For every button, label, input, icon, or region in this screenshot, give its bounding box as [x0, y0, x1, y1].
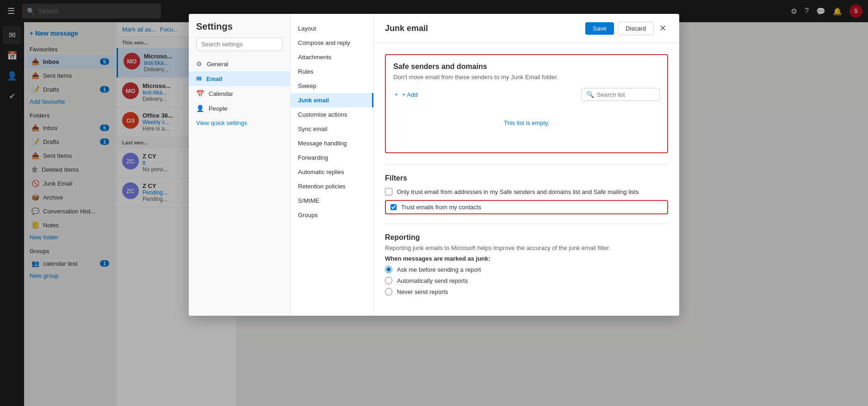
general-icon: ⚙	[196, 60, 202, 68]
settings-panel: Settings ⚙ General ✉ Email 📅 Calendar 👤 …	[189, 14, 679, 316]
filter1-row: Only trust email from addresses in my Sa…	[385, 188, 668, 195]
filters-section: Filters Only trust email from addresses …	[385, 174, 668, 214]
radio3-label: Never send reports	[397, 288, 448, 295]
reporting-title: Reporting	[385, 233, 668, 242]
radio3-row: Never send reports	[385, 288, 668, 295]
settings-content-title: Junk email	[385, 24, 428, 33]
settings-nav-email[interactable]: ✉ Email	[189, 71, 290, 86]
safe-senders-desc: Don't move email from these senders to m…	[393, 74, 660, 81]
submenu-attachments[interactable]: Attachments	[291, 50, 373, 64]
submenu-retention-policies[interactable]: Retention policies	[291, 179, 373, 194]
radio2-row: Automatically send reports	[385, 277, 668, 284]
submenu-junk-email[interactable]: Junk email	[291, 93, 373, 107]
submenu-customise-actions[interactable]: Customise actions	[291, 107, 373, 122]
radio3-input[interactable]	[385, 288, 392, 295]
reporting-section: Reporting Reporting junk emails to Micro…	[385, 233, 668, 295]
divider	[385, 164, 668, 165]
filter1-label: Only trust email from addresses in my Sa…	[397, 188, 639, 195]
settings-overlay: Settings ⚙ General ✉ Email 📅 Calendar 👤 …	[0, 0, 868, 406]
save-button[interactable]: Save	[585, 22, 614, 35]
divider2	[385, 224, 668, 224]
settings-title: Settings	[189, 21, 290, 37]
submenu-compose-reply[interactable]: Compose and reply	[291, 36, 373, 50]
radio1-row: Ask me before sending a report	[385, 266, 668, 273]
safe-senders-title: Safe senders and domains	[393, 62, 660, 71]
filter2-label: Trust emails from my contacts	[401, 204, 481, 211]
submenu-layout[interactable]: Layout	[291, 21, 373, 36]
view-quick-settings-link[interactable]: View quick settings	[189, 116, 290, 130]
close-button[interactable]: ✕	[657, 21, 668, 35]
radio1-label: Ask me before sending a report	[397, 266, 481, 273]
calendar-nav-icon: 📅	[196, 90, 204, 97]
settings-content-actions: Save Discard ✕	[585, 21, 668, 35]
filters-title: Filters	[385, 174, 668, 182]
discard-button[interactable]: Discard	[618, 22, 654, 35]
settings-search-input[interactable]	[196, 37, 283, 51]
email-nav-icon: ✉	[196, 75, 202, 82]
filter2-checkbox[interactable]	[391, 204, 397, 210]
settings-nav: Settings ⚙ General ✉ Email 📅 Calendar 👤 …	[189, 14, 291, 316]
reporting-when-label: When messages are marked as junk:	[385, 255, 668, 262]
submenu-smime[interactable]: S/MIME	[291, 194, 373, 208]
submenu-message-handling[interactable]: Message handling	[291, 136, 373, 150]
safe-senders-section: Safe senders and domains Don't move emai…	[385, 54, 668, 153]
settings-nav-general[interactable]: ⚙ General	[189, 56, 290, 71]
add-icon: ＋	[393, 90, 399, 99]
radio2-input[interactable]	[385, 277, 392, 284]
radio1-input[interactable]	[385, 266, 392, 273]
submenu-forwarding[interactable]: Forwarding	[291, 150, 373, 165]
filter1-checkbox[interactable]	[385, 188, 392, 195]
submenu-groups[interactable]: Groups	[291, 208, 373, 222]
reporting-desc: Reporting junk emails to Microsoft helps…	[385, 244, 668, 251]
settings-nav-people[interactable]: 👤 People	[189, 101, 290, 116]
settings-content: Junk email Save Discard ✕ Safe senders a…	[374, 14, 679, 316]
submenu-automatic-replies[interactable]: Automatic replies	[291, 165, 373, 179]
submenu-rules[interactable]: Rules	[291, 64, 373, 79]
submenu-sweep[interactable]: Sweep	[291, 79, 373, 93]
submenu-sync-email[interactable]: Sync email	[291, 122, 373, 136]
section-actions: ＋ + Add 🔍	[393, 88, 660, 101]
filter2-row-highlighted: Trust emails from my contacts	[385, 200, 668, 214]
search-list-input[interactable]	[597, 91, 655, 98]
add-button[interactable]: ＋ + Add	[393, 90, 418, 99]
settings-nav-calendar[interactable]: 📅 Calendar	[189, 86, 290, 101]
empty-list-message: This list is empty.	[393, 101, 660, 145]
people-nav-icon: 👤	[196, 105, 204, 112]
radio2-label: Automatically send reports	[397, 277, 468, 284]
settings-content-header: Junk email Save Discard ✕	[374, 14, 679, 43]
settings-content-body: Safe senders and domains Don't move emai…	[374, 43, 679, 316]
search-list-box: 🔍	[581, 88, 660, 101]
search-list-icon: 🔍	[586, 91, 594, 98]
settings-submenu: Layout Compose and reply Attachments Rul…	[291, 14, 374, 316]
